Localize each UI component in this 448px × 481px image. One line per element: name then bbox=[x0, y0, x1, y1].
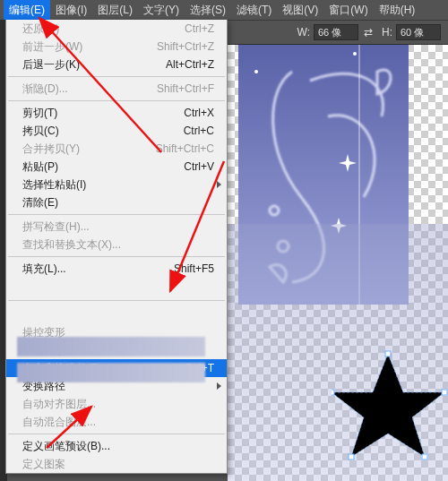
menu-item-label: 剪切(T) bbox=[22, 106, 57, 121]
menu-item-2[interactable]: 后退一步(K)Alt+Ctrl+Z bbox=[6, 56, 227, 73]
menu-item-1: 前进一步(W)Shift+Ctrl+Z bbox=[6, 38, 227, 56]
path-star-shape[interactable] bbox=[332, 349, 448, 481]
menu-item-6[interactable]: 剪切(T)Ctrl+X bbox=[6, 104, 227, 122]
svg-point-2 bbox=[254, 70, 258, 73]
menu-item-shortcut: Shift+F5 bbox=[174, 262, 214, 275]
menu-item-9[interactable]: 粘贴(P)Ctrl+V bbox=[6, 158, 227, 176]
menu-separator bbox=[8, 100, 225, 101]
menu-item-8[interactable]: 帮助(H) bbox=[374, 0, 421, 21]
menu-item-label: 粘贴(P) bbox=[22, 159, 58, 175]
height-input[interactable]: 60 像 bbox=[396, 24, 441, 40]
link-icon[interactable]: ⇄ bbox=[364, 26, 373, 39]
menu-item-label: 后退一步(K) bbox=[22, 57, 80, 73]
menu-item-label: 定义画笔预设(B)... bbox=[22, 439, 110, 454]
menu-item-shortcut: Alt+Ctrl+Z bbox=[166, 58, 214, 71]
svg-rect-7 bbox=[385, 351, 391, 356]
svg-rect-10 bbox=[349, 454, 354, 460]
menu-separator bbox=[8, 256, 225, 257]
menu-item-7[interactable]: 拷贝(C)Ctrl+C bbox=[6, 122, 227, 140]
menu-item-16[interactable]: 填充(L)...Shift+F5 bbox=[6, 260, 227, 278]
menu-item-label: 选择性粘贴(I) bbox=[22, 177, 86, 193]
menu-item-label: 查找和替换文本(X)... bbox=[22, 237, 121, 253]
menu-separator bbox=[8, 76, 225, 77]
menu-item-13: 拼写检查(H)... bbox=[6, 218, 227, 236]
menu-item-label: 拷贝(C) bbox=[22, 124, 59, 139]
menu-item-2[interactable]: 图层(L) bbox=[92, 0, 138, 21]
menu-item-10[interactable]: 选择性粘贴(I) bbox=[6, 176, 227, 193]
svg-rect-11 bbox=[332, 390, 334, 395]
menubar: 编辑(E)图像(I)图层(L)文字(Y)选择(S)滤镜(T)视图(V)窗口(W)… bbox=[0, 0, 448, 20]
menu-item-7[interactable]: 窗口(W) bbox=[323, 0, 373, 21]
menu-item-27[interactable]: 定义画笔预设(B)... bbox=[6, 437, 227, 455]
menu-item-1[interactable]: 图像(I) bbox=[50, 0, 92, 21]
menu-item-label: 前进一步(W) bbox=[22, 39, 82, 55]
height-field: H: 60 像 bbox=[378, 24, 441, 40]
menu-item-shortcut: Ctrl+C bbox=[184, 125, 214, 137]
menu-item-label: 填充(L)... bbox=[22, 262, 66, 277]
menu-item-14: 查找和替换文本(X)... bbox=[6, 236, 227, 253]
menu-item-4: 渐隐(D)...Shift+Ctrl+F bbox=[6, 80, 227, 98]
menu-item-label: 渐隐(D)... bbox=[22, 82, 68, 97]
menu-separator bbox=[8, 434, 225, 434]
menu-item-24: 自动对齐图层... bbox=[6, 395, 227, 413]
svg-point-3 bbox=[353, 52, 357, 56]
svg-rect-9 bbox=[422, 454, 427, 460]
menu-item-label: 清除(E) bbox=[22, 195, 58, 210]
menu-item-5[interactable]: 滤镜(T) bbox=[231, 0, 277, 21]
menu-separator bbox=[8, 300, 225, 301]
chevron-right-icon bbox=[217, 382, 221, 390]
menu-item-0: 还原(O)Ctrl+Z bbox=[6, 20, 227, 38]
menu-item-4[interactable]: 选择(S) bbox=[185, 0, 231, 21]
censored-region bbox=[17, 337, 205, 356]
svg-rect-8 bbox=[442, 390, 447, 395]
menu-item-shortcut: Shift+Ctrl+F bbox=[157, 82, 214, 95]
menu-item-label: 定义图案 bbox=[22, 457, 65, 472]
menu-item-shortcut: Ctrl+X bbox=[184, 107, 214, 119]
chevron-right-icon bbox=[217, 181, 221, 188]
menu-item-6[interactable]: 视图(V) bbox=[277, 0, 323, 21]
menu-item-label: 还原(O) bbox=[22, 21, 59, 37]
menu-item-3[interactable]: 文字(Y) bbox=[138, 0, 185, 21]
menu-item-25: 自动混合图层... bbox=[6, 413, 227, 431]
edit-menu-dropdown: 还原(O)Ctrl+Z前进一步(W)Shift+Ctrl+Z后退一步(K)Alt… bbox=[5, 20, 228, 474]
width-label: W: bbox=[297, 26, 310, 39]
censored-region bbox=[17, 363, 205, 382]
menu-item-0[interactable]: 编辑(E) bbox=[4, 0, 50, 21]
menu-item-28: 定义图案 bbox=[6, 455, 227, 473]
menu-item-label: 自动混合图层... bbox=[22, 415, 96, 430]
menu-item-shortcut: Shift+Ctrl+C bbox=[156, 142, 214, 155]
width-field: W: 66 像 bbox=[294, 24, 358, 40]
menu-item-shortcut: Ctrl+Z bbox=[185, 22, 214, 35]
menu-item-11[interactable]: 清除(E) bbox=[6, 193, 227, 211]
menu-item-label: 自动对齐图层... bbox=[22, 397, 96, 412]
width-input[interactable]: 66 像 bbox=[314, 24, 358, 40]
menu-item-label: 合并拷贝(Y) bbox=[22, 142, 80, 157]
menu-item-label: 拼写检查(H)... bbox=[22, 219, 90, 235]
menu-item-8: 合并拷贝(Y)Shift+Ctrl+C bbox=[6, 140, 227, 158]
menu-separator bbox=[8, 214, 225, 215]
height-label: H: bbox=[382, 26, 392, 39]
menu-item-shortcut: Shift+Ctrl+Z bbox=[157, 40, 214, 53]
menu-item-shortcut: Ctrl+V bbox=[184, 160, 214, 173]
svg-point-0 bbox=[270, 206, 279, 215]
